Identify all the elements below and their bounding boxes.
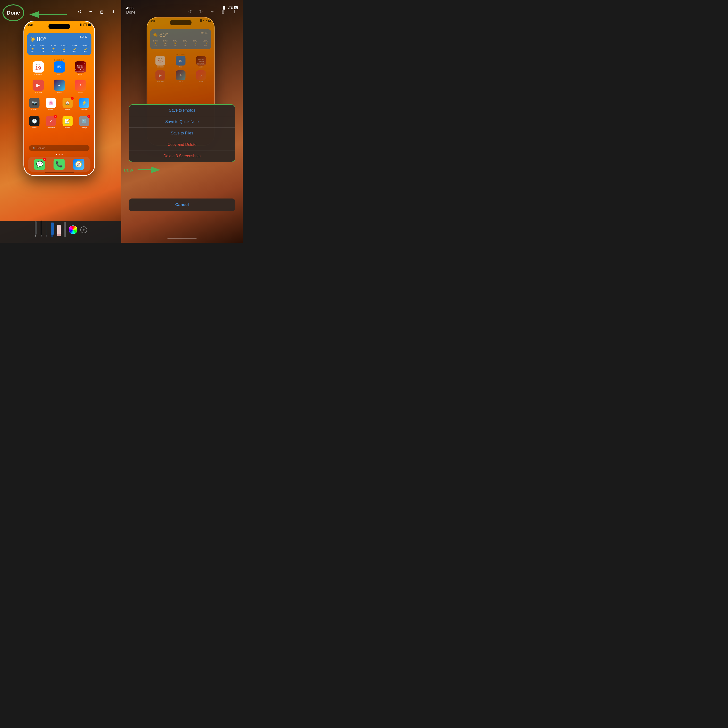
right-home-indicator-bar bbox=[167, 238, 197, 239]
right-toolbar-icons: ↺ ↻ ✒ 🗑 ⬆ bbox=[187, 9, 238, 15]
left-phone-mockup: 4:35 ▐▌ LTE 72 ☀️ 80° 81↑ 60↓ 5 PM☀️8 bbox=[23, 21, 95, 176]
page-dots bbox=[24, 154, 95, 155]
app-row-1: MON 19 Calendar ✉ Mail FrancisTrouble bbox=[28, 61, 91, 75]
ruler-tool[interactable] bbox=[64, 223, 66, 237]
pencil-tool[interactable] bbox=[34, 223, 37, 237]
svg-marker-7 bbox=[46, 235, 47, 237]
pen-icon[interactable]: ✒ bbox=[87, 9, 94, 15]
right-pen-icon[interactable]: ✒ bbox=[209, 9, 216, 15]
music2-app[interactable]: ♪ Music bbox=[73, 80, 87, 94]
svg-rect-11 bbox=[57, 234, 61, 236]
new-annotation: new bbox=[124, 165, 164, 175]
right-done-label[interactable]: Done bbox=[126, 10, 135, 15]
camera-app[interactable]: 📷 Camera bbox=[29, 98, 40, 110]
mail-app[interactable]: ✉ Mail bbox=[52, 61, 66, 75]
photos-app[interactable]: 🌸 Photos bbox=[45, 98, 57, 110]
app-row-4: 🕐 Clock ✓2 Reminders 📝 Notes ⚙️2 Setting… bbox=[26, 116, 92, 128]
save-to-photos-item[interactable]: Save to Photos bbox=[129, 105, 235, 116]
share-icon[interactable]: ⬆ bbox=[110, 9, 116, 15]
search-bar[interactable]: 🔍 Search bbox=[29, 145, 90, 151]
context-menu: Save to Photos Save to Quick Note Save t… bbox=[128, 104, 236, 162]
left-panel: Done ↺ ✒ 🗑 ⬆ 4:35 ▐▌ bbox=[0, 0, 121, 243]
right-panel: 4:36 ▐▌ LTE 62 Done ↺ ↻ ✒ 🗑 ⬆ 4:35 ▐▌ LT… bbox=[121, 0, 243, 243]
reminders-app[interactable]: ✓2 Reminders bbox=[45, 116, 57, 128]
svg-rect-2 bbox=[35, 221, 37, 235]
cancel-button[interactable]: Cancel bbox=[128, 199, 236, 211]
delete-screenshots-item[interactable]: Delete 3 Screenshots bbox=[129, 150, 235, 162]
calendar-app[interactable]: MON 19 Calendar bbox=[31, 61, 45, 75]
svg-rect-4 bbox=[41, 220, 42, 235]
done-circle-annotation: Done bbox=[2, 5, 24, 21]
carrot-label: CARROT bbox=[24, 59, 95, 61]
right-toolbar: Done ↺ ↻ ✒ 🗑 ⬆ bbox=[121, 0, 243, 20]
youtube-app[interactable]: ▶ YouTube bbox=[31, 80, 45, 94]
dynamic-island bbox=[48, 24, 70, 29]
new-arrow bbox=[135, 165, 164, 175]
weather-temp: 80° bbox=[37, 35, 46, 43]
dock: 💬 1 📞 🧭 bbox=[28, 157, 90, 172]
app-row-3: 📷 Camera 🌸 Photos 🏠2 Home ⚡ Shortcuts bbox=[26, 98, 92, 110]
done-circle-label: Done bbox=[7, 10, 20, 16]
weather-forecast: 5 PM☀️80° 6 PM🌤️78° 7 PM☀️74° 8 PM🌙70° 9… bbox=[30, 44, 89, 53]
dot-3 bbox=[61, 154, 63, 155]
color-wheel[interactable] bbox=[69, 225, 77, 234]
weather-range: 81↑ 60↓ bbox=[80, 35, 89, 38]
marker-tool[interactable] bbox=[51, 223, 54, 237]
messages-dock-icon[interactable]: 💬 1 bbox=[34, 159, 45, 170]
eraser-tool[interactable] bbox=[57, 223, 61, 237]
save-to-quick-note-item[interactable]: Save to Quick Note bbox=[129, 116, 235, 128]
svg-rect-8 bbox=[51, 223, 54, 235]
app-row-2: ▶ YouTube # Slack ♪ Music bbox=[28, 80, 91, 94]
phone-time: 4:35 bbox=[28, 23, 34, 27]
notes-app[interactable]: 📝 Notes bbox=[62, 116, 73, 128]
safari-dock-icon[interactable]: 🧭 bbox=[73, 159, 84, 170]
svg-marker-3 bbox=[35, 235, 37, 237]
trash-icon[interactable]: 🗑 bbox=[98, 9, 105, 15]
dot-1 bbox=[55, 154, 57, 155]
phone-dock-icon[interactable]: 📞 bbox=[54, 159, 65, 170]
dot-2 bbox=[58, 154, 60, 155]
slack-app[interactable]: # Slack bbox=[52, 80, 66, 94]
right-share-icon[interactable]: ⬆ bbox=[231, 9, 238, 15]
rotate-icon[interactable]: ↺ bbox=[76, 9, 83, 15]
settings-app[interactable]: ⚙️2 Settings bbox=[78, 116, 90, 128]
clock-app[interactable]: 🕐 Clock bbox=[29, 116, 40, 128]
shortcuts-app[interactable]: ⚡ Shortcuts bbox=[78, 98, 90, 110]
home-indicator bbox=[44, 172, 74, 173]
svg-marker-5 bbox=[41, 235, 42, 237]
phone-status-right: ▐▌ LTE 72 bbox=[79, 23, 91, 26]
pen-tool-2[interactable] bbox=[45, 223, 48, 237]
add-tool-button[interactable]: + bbox=[80, 226, 87, 233]
right-rotate-right-icon[interactable]: ↻ bbox=[197, 9, 204, 15]
pen-tool-1[interactable] bbox=[40, 223, 43, 237]
svg-rect-10 bbox=[57, 225, 61, 236]
music-app[interactable]: FrancisTrouble ♪ Francis Trouble Albert … bbox=[73, 61, 87, 75]
search-placeholder: Search bbox=[37, 147, 45, 150]
toolbar-icons: ↺ ✒ 🗑 ⬆ bbox=[76, 9, 116, 15]
svg-rect-9 bbox=[52, 235, 54, 237]
home-app[interactable]: 🏠2 Home bbox=[62, 98, 73, 110]
right-dynamic-island bbox=[170, 20, 191, 25]
right-rotate-left-icon[interactable]: ↺ bbox=[187, 9, 193, 15]
copy-and-delete-item[interactable]: Copy and Delete bbox=[129, 139, 235, 150]
left-toolbar: Done ↺ ✒ 🗑 ⬆ bbox=[0, 0, 121, 20]
new-label-text: new bbox=[124, 167, 133, 173]
svg-rect-12 bbox=[64, 222, 66, 237]
svg-rect-6 bbox=[46, 221, 47, 235]
drawing-toolbar: + bbox=[0, 221, 121, 243]
save-to-files-item[interactable]: Save to Files bbox=[129, 128, 235, 139]
right-trash-icon[interactable]: 🗑 bbox=[220, 9, 226, 15]
weather-widget: ☀️ 80° 81↑ 60↓ 5 PM☀️80° 6 PM🌤️78° 7 PM☀… bbox=[27, 33, 92, 55]
green-arrow bbox=[23, 7, 72, 22]
